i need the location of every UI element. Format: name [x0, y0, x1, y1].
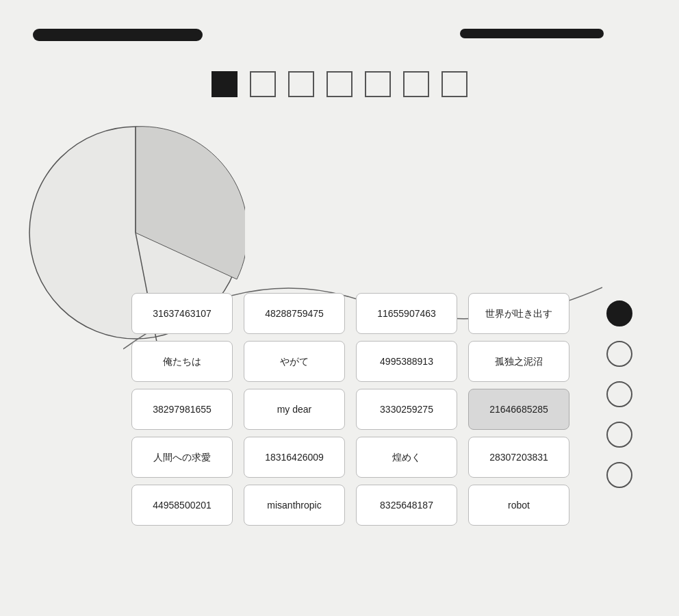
cell-r4c3[interactable]: 煌めく	[356, 437, 457, 478]
square-6[interactable]	[403, 71, 429, 97]
cell-r1c2[interactable]: 48288759475	[244, 293, 345, 334]
circle-3[interactable]	[606, 381, 632, 407]
circle-4[interactable]	[606, 422, 632, 448]
square-4[interactable]	[326, 71, 353, 97]
cell-r1c3[interactable]: 11655907463	[356, 293, 457, 334]
cell-r1c1[interactable]: 31637463107	[131, 293, 233, 334]
data-grid: 31637463107 48288759475 11655907463 世界が吐…	[131, 293, 569, 526]
circle-2[interactable]	[606, 341, 632, 367]
cell-r3c1[interactable]: 38297981655	[131, 389, 233, 430]
squares-row	[212, 71, 467, 97]
cell-r1c4[interactable]: 世界が吐き出す	[468, 293, 569, 334]
cell-r4c4[interactable]: 28307203831	[468, 437, 569, 478]
cell-r5c3[interactable]: 8325648187	[356, 485, 457, 526]
cell-r3c3[interactable]: 3330259275	[356, 389, 457, 430]
circle-1[interactable]	[606, 300, 632, 326]
cell-r2c4[interactable]: 孤独之泥沼	[468, 341, 569, 382]
circles-column	[606, 293, 632, 488]
square-5[interactable]	[365, 71, 391, 97]
square-3[interactable]	[288, 71, 314, 97]
top-bar-right	[460, 29, 604, 38]
cell-r2c3[interactable]: 4995388913	[356, 341, 457, 382]
cell-r5c2[interactable]: misanthropic	[244, 485, 345, 526]
cell-r2c1[interactable]: 俺たちは	[131, 341, 233, 382]
cell-r5c1[interactable]: 44958500201	[131, 485, 233, 526]
cell-r4c2[interactable]: 18316426009	[244, 437, 345, 478]
cell-r4c1[interactable]: 人間への求愛	[131, 437, 233, 478]
cell-r3c4[interactable]: 21646685285	[468, 389, 569, 430]
cell-r3c2[interactable]: my dear	[244, 389, 345, 430]
cell-r2c2[interactable]: やがて	[244, 341, 345, 382]
square-7[interactable]	[441, 71, 467, 97]
top-bar-left	[33, 29, 203, 41]
circle-5[interactable]	[606, 462, 632, 488]
cell-r5c4[interactable]: robot	[468, 485, 569, 526]
square-2[interactable]	[250, 71, 276, 97]
square-1[interactable]	[212, 71, 238, 97]
